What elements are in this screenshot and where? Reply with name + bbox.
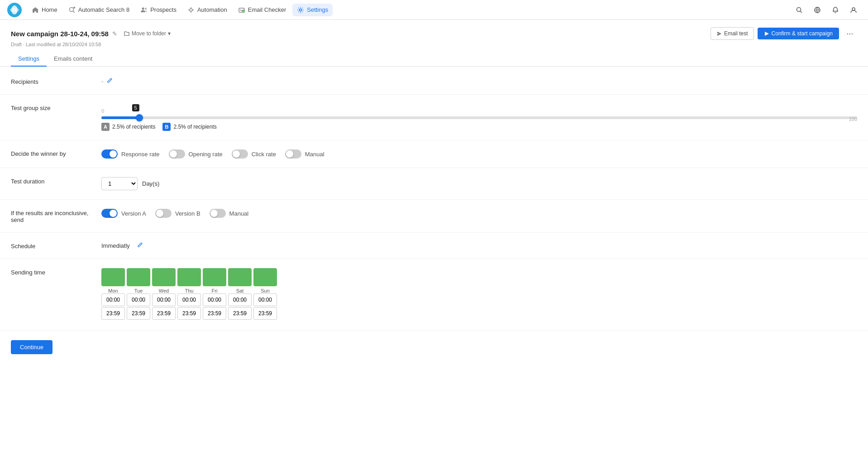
day-sun-start-time[interactable] bbox=[253, 293, 277, 306]
day-wed-start-time[interactable] bbox=[152, 293, 176, 306]
toggle-version-b: Version B bbox=[155, 209, 200, 218]
toggle-inconclusive-manual: Manual bbox=[210, 209, 249, 218]
toggle-click-rate-switch[interactable] bbox=[232, 149, 248, 159]
confirm-start-label: Confirm & start campaign bbox=[772, 30, 833, 37]
toggle-version-a: Version A bbox=[101, 209, 146, 218]
nav-items: Home Automatic Search 8 Prospects Automa… bbox=[27, 4, 792, 16]
nav-label-prospects: Prospects bbox=[150, 6, 176, 13]
toggle-version-a-switch[interactable] bbox=[101, 209, 118, 218]
continue-button[interactable]: Continue bbox=[11, 340, 52, 354]
slider-tooltip: 5 bbox=[132, 104, 139, 111]
toggle-click-rate: Click rate bbox=[232, 149, 276, 159]
day-btn-wed[interactable] bbox=[152, 268, 176, 286]
tab-emails-content[interactable]: Emails content bbox=[47, 52, 100, 67]
tab-emails-content-label: Emails content bbox=[54, 55, 92, 62]
email-test-button[interactable]: Email test bbox=[711, 27, 754, 40]
day-tue-start-time[interactable] bbox=[127, 293, 150, 306]
test-group-size-value: 0 100 5 A 2.5% of recipients B bbox=[101, 104, 857, 131]
svg-point-3 bbox=[69, 7, 73, 11]
day-wed-end-time[interactable] bbox=[152, 307, 176, 320]
nav-item-automation[interactable]: Automation bbox=[183, 4, 232, 16]
campaign-title-section: New campaign 28-10-24, 09:58 ✎ Move to f… bbox=[11, 29, 173, 38]
test-group-badges: A 2.5% of recipients B 2.5% of recipient… bbox=[101, 123, 857, 131]
notification-button[interactable] bbox=[828, 3, 843, 17]
slider-thumb[interactable]: 5 bbox=[136, 114, 143, 121]
app-logo[interactable] bbox=[7, 3, 22, 17]
confirm-start-button[interactable]: Confirm & start campaign bbox=[758, 28, 839, 39]
day-sat-start-time[interactable] bbox=[228, 293, 252, 306]
test-duration-label: Test duration bbox=[11, 177, 101, 185]
day-btn-sat[interactable] bbox=[228, 268, 252, 286]
recipients-edit-icon[interactable] bbox=[107, 77, 113, 85]
day-times-fri bbox=[203, 293, 226, 320]
day-fri-end-time[interactable] bbox=[203, 307, 226, 320]
toggle-manual-switch[interactable] bbox=[285, 149, 301, 159]
toggle-version-b-label: Version B bbox=[175, 210, 200, 217]
play-icon bbox=[764, 31, 770, 37]
day-btn-sun[interactable] bbox=[253, 268, 277, 286]
day-tue-end-time[interactable] bbox=[127, 307, 150, 320]
settings-content: Recipients - Test group size 0 100 bbox=[0, 67, 868, 363]
toggle-opening-rate-switch[interactable] bbox=[169, 149, 185, 159]
nav-label-home: Home bbox=[42, 6, 57, 13]
test-duration-row: Test duration 1 2 3 5 7 14 Day(s) bbox=[0, 168, 868, 200]
nav-item-automatic-search[interactable]: Automatic Search 8 bbox=[64, 4, 134, 16]
toggle-opening-rate: Opening rate bbox=[169, 149, 223, 159]
day-mon-start-time[interactable] bbox=[101, 293, 125, 306]
more-options-button[interactable]: ··· bbox=[843, 26, 857, 41]
globe-icon-button[interactable] bbox=[810, 3, 825, 17]
day-label-sun: Sun bbox=[253, 288, 277, 293]
toggle-response-rate-label: Response rate bbox=[121, 151, 160, 158]
toggle-response-rate-switch[interactable] bbox=[101, 149, 118, 159]
move-folder-button[interactable]: Move to folder ▾ bbox=[121, 29, 173, 38]
chevron-down-icon: ▾ bbox=[168, 30, 171, 37]
day-btn-fri[interactable] bbox=[203, 268, 226, 286]
day-label-fri: Fri bbox=[203, 288, 226, 293]
day-btn-tue[interactable] bbox=[127, 268, 150, 286]
nav-item-email-checker[interactable]: Email Checker bbox=[234, 4, 291, 16]
day-btn-thu[interactable] bbox=[177, 268, 201, 286]
edit-schedule-icon bbox=[137, 242, 143, 248]
nav-item-settings[interactable]: Settings bbox=[292, 4, 333, 16]
day-times-mon bbox=[101, 293, 125, 320]
email-checker-icon bbox=[238, 6, 245, 14]
day-thu: Thu bbox=[177, 268, 201, 320]
day-fri: Fri bbox=[203, 268, 226, 320]
toggle-click-rate-label: Click rate bbox=[252, 151, 276, 158]
inconclusive-value: Version A Version B Manual bbox=[101, 209, 857, 218]
test-duration-unit: Day(s) bbox=[142, 180, 159, 187]
edit-title-icon[interactable]: ✎ bbox=[112, 30, 117, 37]
tab-settings[interactable]: Settings bbox=[11, 52, 47, 67]
slider-max-label: 100 bbox=[849, 116, 857, 122]
day-mon-end-time[interactable] bbox=[101, 307, 125, 320]
day-label-mon: Mon bbox=[101, 288, 125, 293]
test-duration-select[interactable]: 1 2 3 5 7 14 bbox=[101, 177, 138, 190]
search-button[interactable] bbox=[792, 3, 806, 17]
badge-a-label: 2.5% of recipients bbox=[112, 124, 155, 130]
day-thu-start-time[interactable] bbox=[177, 293, 201, 306]
home-icon bbox=[32, 6, 39, 14]
day-sat: Sat bbox=[228, 268, 252, 320]
day-btn-mon[interactable] bbox=[101, 268, 125, 286]
recipients-row: Recipients - bbox=[0, 68, 868, 95]
schedule-edit-icon[interactable] bbox=[137, 242, 143, 249]
inconclusive-row: If the results are inconclusive, send Ve… bbox=[0, 200, 868, 233]
day-sat-end-time[interactable] bbox=[228, 307, 252, 320]
profile-button[interactable] bbox=[846, 3, 861, 17]
day-thu-end-time[interactable] bbox=[177, 307, 201, 320]
decide-winner-value: Response rate Opening rate Click rate Ma… bbox=[101, 149, 857, 159]
day-mon: Mon bbox=[101, 268, 125, 320]
toggle-version-b-switch[interactable] bbox=[155, 209, 172, 218]
settings-tabs: Settings Emails content bbox=[11, 52, 857, 66]
schedule-row: Schedule Immediatly bbox=[0, 233, 868, 259]
main-page: New campaign 28-10-24, 09:58 ✎ Move to f… bbox=[0, 20, 868, 452]
toggle-inconclusive-manual-switch[interactable] bbox=[210, 209, 226, 218]
sending-time-value: Mon Tue bbox=[101, 268, 857, 322]
day-label-wed: Wed bbox=[152, 288, 176, 293]
nav-item-home[interactable]: Home bbox=[27, 4, 62, 16]
day-fri-start-time[interactable] bbox=[203, 293, 226, 306]
day-sun-end-time[interactable] bbox=[253, 307, 277, 320]
slider-fill bbox=[101, 116, 139, 119]
nav-item-prospects[interactable]: Prospects bbox=[136, 4, 181, 16]
svg-point-13 bbox=[852, 8, 855, 10]
